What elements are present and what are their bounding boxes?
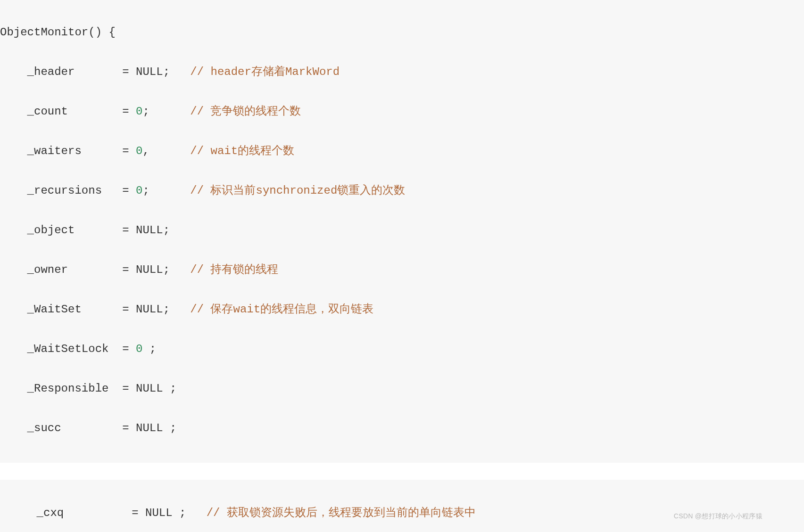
- comment: // 持有锁的线程: [170, 263, 278, 276]
- null-value: NULL ;: [136, 422, 176, 434]
- equals-op: =: [108, 343, 136, 355]
- field-header: _header: [0, 65, 75, 78]
- equals-op: =: [68, 263, 136, 276]
- code-text: ObjectMonitor() {: [0, 26, 116, 39]
- field-object: _object: [0, 224, 75, 237]
- code-line: _WaitSet = NULL; // 保存wait的线程信息，双向链表: [0, 300, 804, 319]
- code-block-1: ObjectMonitor() { _header = NULL; // hea…: [0, 0, 804, 463]
- code-line: _waiters = 0, // wait的线程个数: [0, 141, 804, 161]
- field-waitsetlock: _WaitSetLock: [0, 343, 108, 355]
- equals-op: =: [75, 65, 136, 78]
- semicolon: ;: [142, 184, 149, 197]
- field-succ: _succ: [0, 422, 61, 434]
- code-line: _header = NULL; // header存储着MarkWord: [0, 62, 804, 82]
- code-line: _WaitSetLock = 0 ;: [0, 339, 804, 359]
- comment: // 获取锁资源失败后，线程要放到当前的单向链表中: [186, 507, 475, 519]
- field-waitset: _WaitSet: [0, 303, 82, 316]
- semicolon: ;: [142, 343, 156, 355]
- code-block-2: _cxq = NULL ; // 获取锁资源失败后，线程要放到当前的单向链表中 …: [0, 480, 804, 532]
- equals-op: =: [64, 507, 145, 519]
- null-value: NULL;: [136, 65, 170, 78]
- field-owner: _owner: [0, 263, 68, 276]
- code-line: _count = 0; // 竞争锁的线程个数: [0, 102, 804, 122]
- comma: ,: [142, 145, 149, 157]
- code-line: _object = NULL;: [0, 221, 804, 240]
- code-line: ObjectMonitor() {: [0, 23, 804, 42]
- comment: // 保存wait的线程信息，双向链表: [170, 303, 373, 316]
- equals-op: =: [108, 382, 136, 395]
- code-line: _recursions = 0; // 标识当前synchronized锁重入的…: [0, 181, 804, 201]
- field-cxq: _cxq: [9, 507, 64, 519]
- comment: // wait的线程个数: [149, 145, 294, 157]
- equals-op: =: [68, 105, 136, 118]
- field-waiters: _waiters: [0, 145, 82, 157]
- num-value: 0: [136, 145, 142, 157]
- field-recursions: _recursions: [0, 184, 102, 197]
- code-line: _succ = NULL ;: [0, 418, 804, 438]
- comment: // 竞争锁的线程个数: [149, 105, 301, 118]
- code-line: _owner = NULL; // 持有锁的线程: [0, 260, 804, 280]
- num-value: 0: [136, 105, 142, 118]
- comment: // header存储着MarkWord: [170, 65, 340, 78]
- comment: // 标识当前synchronized锁重入的次数: [149, 184, 405, 197]
- field-count: _count: [0, 105, 68, 118]
- semicolon: ;: [142, 105, 149, 118]
- num-value: 0: [136, 184, 142, 197]
- equals-op: =: [102, 184, 136, 197]
- null-value: NULL ;: [145, 507, 186, 519]
- field-responsible: _Responsible: [0, 382, 108, 395]
- null-value: NULL;: [136, 303, 170, 316]
- null-value: NULL ;: [136, 382, 176, 395]
- null-value: NULL;: [136, 224, 170, 237]
- null-value: NULL;: [136, 263, 170, 276]
- watermark: CSDN @想打球的小小程序猿: [674, 510, 763, 522]
- code-line: _Responsible = NULL ;: [0, 379, 804, 399]
- equals-op: =: [61, 422, 136, 434]
- equals-op: =: [82, 303, 136, 316]
- equals-op: =: [75, 224, 136, 237]
- num-value: 0: [136, 343, 142, 355]
- equals-op: =: [82, 145, 136, 157]
